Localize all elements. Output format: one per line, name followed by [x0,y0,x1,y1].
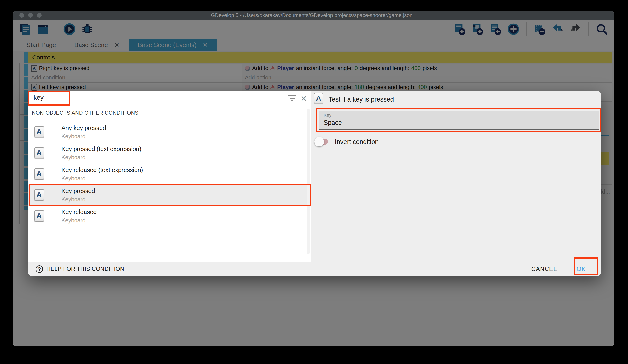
list-item-subtitle: Keyboard [61,175,85,182]
section-header: NON-OBJECTS AND OTHER CONDITIONS [32,110,139,116]
list-item-subtitle: Keyboard [61,196,85,203]
keyboard-key-icon: A [314,93,323,103]
help-link[interactable]: HELP FOR THIS CONDITION [46,266,124,272]
invert-condition-label: Invert condition [335,138,379,146]
filter-icon[interactable] [288,95,296,102]
list-item[interactable]: A Key released (text expression) Keyboar… [28,164,311,185]
toggle-knob [314,137,324,146]
dialog-footer: ? HELP FOR THIS CONDITION CANCEL OK [28,262,601,276]
condition-detail-panel: A Test if a key is pressed Key Space Inv… [311,91,601,262]
condition-title: Test if a key is pressed [328,96,394,103]
list-item-subtitle: Keyboard [61,217,85,224]
list-item[interactable]: A Any key pressed Keyboard [28,122,311,143]
keyboard-key-icon: A [34,210,44,222]
key-field-value: Space [323,119,342,126]
minimize-button[interactable] [28,13,33,18]
key-field-label: Key [323,113,331,118]
key-field[interactable]: Key Space [318,111,599,130]
traffic-lights [19,11,42,20]
zoom-button[interactable] [37,13,42,18]
cancel-button[interactable]: CANCEL [527,263,561,275]
condition-editor-dialog: ✕ NON-OBJECTS AND OTHER CONDITIONS A Any… [28,91,601,276]
scrollbar[interactable] [307,109,310,254]
invert-condition-toggle[interactable] [316,138,328,145]
list-item[interactable]: A Key released Keyboard [28,206,311,227]
list-item-title: Key pressed [61,188,95,194]
help-icon[interactable]: ? [36,265,43,273]
list-item-selected[interactable]: A Key pressed Keyboard [28,185,311,206]
list-item-title: Key pressed (text expression) [61,146,141,152]
keyboard-key-icon: A [34,147,44,159]
close-icon[interactable]: ✕ [300,95,308,102]
list-item-title: Key released [61,209,97,216]
ok-button[interactable]: OK [573,263,589,275]
search-row: ✕ [28,91,311,107]
close-button[interactable] [19,13,24,18]
list-item-title: Key released (text expression) [61,167,143,174]
search-input[interactable] [33,94,221,102]
window-title: GDevelop 5 - /Users/dkarakay/Documents/G… [13,12,614,18]
condition-list-panel: ✕ NON-OBJECTS AND OTHER CONDITIONS A Any… [28,91,311,262]
keyboard-key-icon: A [34,189,44,200]
list-item-subtitle: Keyboard [61,154,85,161]
list-item-subtitle: Keyboard [61,133,85,140]
titlebar: GDevelop 5 - /Users/dkarakay/Documents/G… [13,11,614,20]
keyboard-key-icon: A [34,168,44,180]
keyboard-key-icon: A [34,126,44,137]
list-item[interactable]: A Key pressed (text expression) Keyboard [28,143,311,164]
list-item-title: Any key pressed [61,124,106,131]
